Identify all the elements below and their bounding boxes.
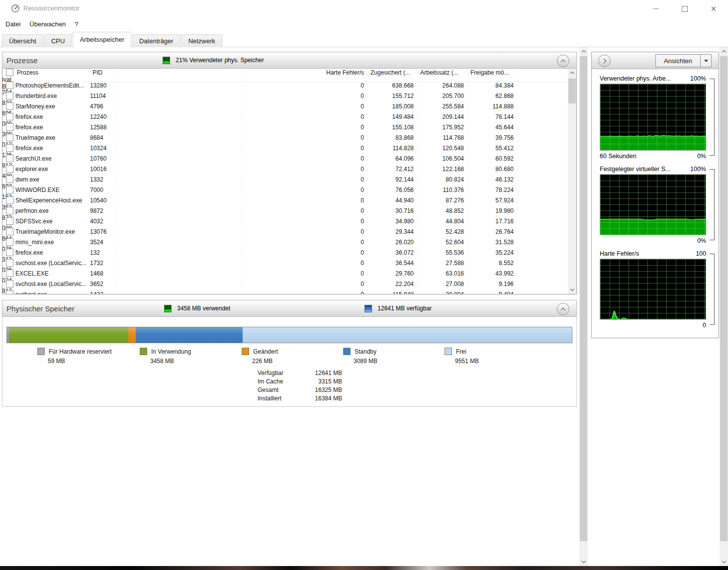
process-pid: 4032 [90,217,117,225]
row-checkbox[interactable] [6,217,13,225]
scroll-up-button[interactable] [720,47,728,56]
scrollbar-thumb[interactable] [580,56,587,541]
row-checkbox[interactable] [6,123,13,131]
collapse-processes-button[interactable] [557,55,569,67]
shareable-value: 55.412 [468,144,518,152]
tab-uebersicht[interactable]: Übersicht [2,34,43,47]
table-row[interactable]: SearchUI.exe 10760 0 64.096 106.504 60.5… [2,155,568,165]
row-checkbox[interactable] [6,113,13,120]
row-checkbox[interactable] [6,290,13,294]
detail-row: Verfügbar 12641 MB [258,369,342,378]
tab-arbeitsspeicher[interactable]: Arbeitsspeicher [73,32,131,48]
table-row[interactable]: StarMoney.exe 4796 0 185.008 255.584 114… [2,102,568,113]
close-button[interactable]: ✕ [699,0,728,17]
process-name: mms_mini.exe [15,239,90,246]
table-row[interactable]: WINWORD.EXE 7000 0 76.056 110.376 78.224… [2,186,568,196]
table-row[interactable]: perfmon.exe 9872 0 30.716 48.852 19.980 … [2,207,568,217]
memory-available-icon [364,305,372,312]
row-checkbox[interactable] [6,102,13,110]
legend-label: In Verwendung [151,348,191,355]
graph-max-label: 100% [690,75,706,82]
tab-datentraeger[interactable]: Datenträger [132,34,181,47]
legend-value: 3089 MB [354,358,377,365]
main-vertical-scrollbar[interactable] [579,47,588,566]
row-checkbox[interactable] [6,249,13,256]
table-row[interactable]: explorer.exe 10016 0 72.412 122.168 80.6… [2,165,568,176]
views-dropdown-button[interactable]: Ansichten [655,54,712,67]
row-checkbox[interactable] [6,155,13,162]
row-checkbox[interactable] [6,280,13,287]
tab-netzwerk[interactable]: Netzwerk [182,34,222,47]
views-dropdown-arrow[interactable] [700,55,711,67]
sidebar-vertical-scrollbar[interactable] [720,47,728,566]
collapse-memory-button[interactable] [557,303,569,315]
col-prozess[interactable]: Prozess [17,69,38,76]
scroll-down-button[interactable] [720,558,728,566]
shareable-value: 76.144 [468,113,518,120]
commit-value: 64.096 [368,155,418,162]
working-set-value: 80.824 [418,176,468,183]
row-checkbox[interactable] [6,134,13,141]
process-pid: 13280 [90,82,117,89]
scroll-up-button[interactable] [579,47,588,56]
row-checkbox[interactable] [6,144,13,152]
title-bar: Ressourcenmonitor ✕ [0,0,728,17]
table-row[interactable]: svchost.exe (LocalServic... 3652 0 22.20… [2,280,568,290]
graph-title: Harte Fehler/s [600,250,639,257]
scrollbar-thumb[interactable] [720,56,728,541]
row-checkbox[interactable] [6,259,13,267]
row-checkbox[interactable] [6,186,13,193]
table-row[interactable]: TrueImageMonitor.exe 13076 0 29.344 52.4… [2,228,568,238]
table-row[interactable]: firefox.exe 132 0 36.072 55.536 35.224 2… [2,249,568,259]
table-row[interactable]: firefox.exe 12240 0 149.484 209.144 76.1… [2,113,568,123]
menu-ueberwachen[interactable]: Überwachen [26,18,69,30]
table-row[interactable]: dwm.exe 1332 0 92.144 80.824 46.132 34.6… [2,176,568,186]
process-name: svchost.exe [15,291,90,294]
table-row[interactable]: PhotoshopElementsEdit... 13280 0 638.668… [2,82,568,92]
scroll-down-button[interactable] [579,558,588,566]
table-row[interactable]: EXCEL.EXE 1468 0 29.760 63.016 43.992 19… [2,270,568,280]
col-harte-fehler[interactable]: Harte Fehler/s [243,69,368,76]
row-checkbox[interactable] [6,176,13,183]
commit-value: 638.668 [368,82,418,89]
row-checkbox[interactable] [6,82,13,89]
table-row[interactable]: ShellExperienceHost.exe 10540 0 44.940 8… [2,196,568,207]
maximize-button[interactable] [670,0,699,17]
process-name: explorer.exe [15,166,90,173]
legend-label: Geändert [253,348,278,355]
table-row[interactable]: svchost.exe (LocalServic... 1732 0 36.54… [2,259,568,270]
col-arbeitssatz[interactable]: Arbeitssatz (... [418,69,468,76]
table-row[interactable]: thunderbird.exe 11104 0 155.712 205.700 … [2,92,568,102]
row-checkbox[interactable] [6,196,13,204]
row-checkbox[interactable] [6,270,13,277]
col-zugesichert[interactable]: Zugesichert (... [368,69,418,76]
col-freigabe[interactable]: Freigabe mö... [468,69,518,76]
col-pid[interactable]: PID [90,69,117,76]
table-row[interactable]: mms_mini.exe 3524 0 26.020 52.604 31.528… [2,238,568,249]
table-row[interactable]: TrueImage.exe 8684 0 83.868 114.768 39.7… [2,134,568,144]
scrollbar-thumb[interactable] [568,79,576,103]
legend-value: 226 MB [252,358,278,365]
tab-cpu[interactable]: CPU [44,34,72,47]
minimize-button[interactable] [641,0,670,17]
scroll-down-button[interactable] [568,285,576,294]
desktop-wallpaper-strip [0,566,728,570]
processes-scrollbar[interactable] [568,69,576,294]
row-checkbox[interactable] [6,92,13,99]
select-all-checkbox[interactable] [6,69,13,76]
row-checkbox[interactable] [6,165,13,173]
row-checkbox[interactable] [6,238,13,246]
table-row[interactable]: SDFSSvc.exe 4032 0 34.980 44.804 17.716 … [2,217,568,228]
expand-sidebar-button[interactable] [598,55,611,67]
menu-help[interactable]: ? [71,18,82,30]
hard-faults-value: 0 [243,123,368,131]
row-checkbox[interactable] [6,207,13,214]
row-checkbox[interactable] [6,228,13,235]
table-row[interactable]: svchost.exe 1432 0 115.948 30.004 9.404 … [2,290,568,294]
commit-value: 155.712 [368,92,418,99]
legend-item: In Verwendung 3458 MB [140,348,191,365]
menu-datei[interactable]: Datei [2,18,24,30]
scroll-up-button[interactable] [568,69,576,77]
table-row[interactable]: firefox.exe 12588 0 155.108 175.952 45.6… [2,123,568,134]
table-row[interactable]: firefox.exe 10324 0 114.828 120.548 55.4… [2,144,568,155]
